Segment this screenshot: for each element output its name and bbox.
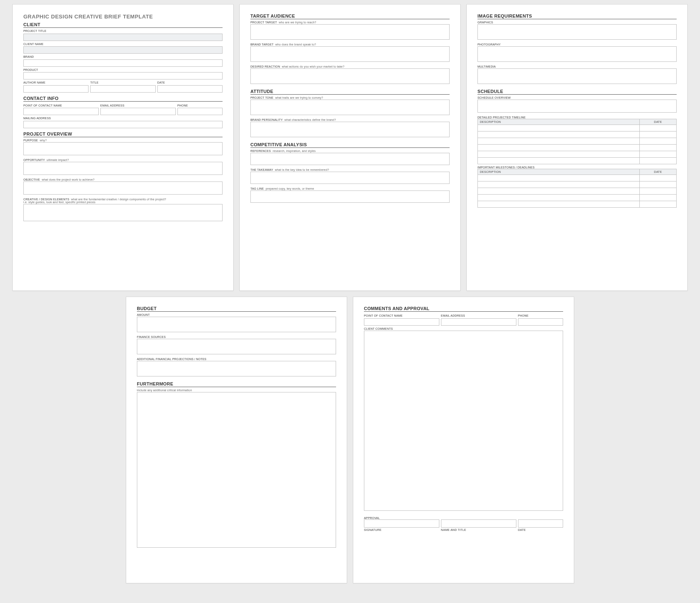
label-phone-2: PHONE: [518, 314, 563, 317]
label-amount: AMOUNT: [137, 313, 336, 316]
label-name-title: NAME AND TITLE: [441, 528, 516, 531]
label-purpose: PURPOSE why?: [23, 139, 223, 142]
label-client-name: CLIENT NAME: [23, 43, 223, 45]
label-detailed-timeline: DETAILED PROJECTED TIMELINE: [477, 116, 677, 119]
table-row[interactable]: [478, 145, 677, 151]
table-row[interactable]: [478, 125, 677, 131]
label-client-comments: CLIENT COMMENTS: [364, 327, 563, 330]
table-row[interactable]: [478, 195, 677, 201]
section-project-overview: PROJECT OVERVIEW: [23, 131, 223, 137]
section-target-audience: TARGET AUDIENCE: [250, 14, 450, 19]
input-finance-sources[interactable]: [137, 339, 336, 354]
input-date[interactable]: [157, 85, 223, 93]
th-description: DESCRIPTION: [478, 119, 640, 125]
label-references: REFERENCES research, inspiration, and st…: [250, 150, 450, 152]
input-schedule-overview[interactable]: [477, 100, 677, 113]
input-brand-target[interactable]: [250, 46, 450, 62]
label-takeaway: THE TAKEAWAY what is the key idea to be …: [250, 168, 450, 171]
input-phone[interactable]: [177, 108, 223, 115]
input-email-2[interactable]: [441, 318, 516, 326]
label-project-tone: PROJECT TONE what traits are we trying t…: [250, 96, 450, 99]
th-description: DESCRIPTION: [478, 169, 640, 175]
label-photography: PHOTOGRAPHY: [477, 43, 677, 46]
input-graphics[interactable]: [477, 24, 677, 40]
input-photography[interactable]: [477, 46, 677, 62]
section-budget: BUDGET: [137, 306, 336, 312]
label-poc-2: POINT OF CONTACT NAME: [364, 314, 439, 317]
table-row[interactable]: [478, 201, 677, 208]
input-references[interactable]: [250, 153, 450, 165]
label-schedule-overview: SCHEDULE OVERVIEW: [477, 96, 677, 99]
input-product[interactable]: [23, 72, 223, 79]
input-objective[interactable]: [23, 181, 223, 195]
label-email: EMAIL ADDRESS: [100, 104, 176, 107]
section-attitude: ATTITUDE: [250, 89, 450, 95]
label-opportunity: OPPORTUNITY ultimate impact?: [23, 159, 223, 161]
input-brand-personality[interactable]: [250, 122, 450, 137]
input-opportunity[interactable]: [23, 162, 223, 175]
label-phone: PHONE: [177, 104, 223, 107]
label-milestones: IMPORTANT MILESTONES / DEADLINES: [477, 166, 677, 169]
label-date: DATE: [157, 81, 223, 84]
input-multimedia[interactable]: [477, 68, 677, 84]
label-desired-reaction: DESIRED REACTION what actions do you wis…: [250, 65, 450, 68]
table-row[interactable]: [478, 175, 677, 181]
table-row[interactable]: [478, 138, 677, 145]
label-title: TITLE: [90, 81, 155, 84]
label-objective: OBJECTIVE what does the project work to …: [23, 178, 223, 181]
input-project-tone[interactable]: [250, 100, 450, 115]
input-poc[interactable]: [23, 108, 99, 115]
input-amount[interactable]: [137, 317, 336, 332]
input-client-name[interactable]: [23, 46, 223, 54]
label-graphics: GRAPHICS: [477, 21, 677, 24]
label-additional-financial: ADDITIONAL FINANCIAL PROJECTIONS / NOTES: [137, 358, 336, 360]
label-creative: CREATIVE / DESIGN ELEMENTS what are the …: [23, 198, 223, 204]
input-phone-2[interactable]: [518, 318, 563, 326]
table-row[interactable]: [478, 131, 677, 138]
input-tagline[interactable]: [250, 190, 450, 203]
label-brand: BRAND: [23, 55, 223, 58]
input-name-title[interactable]: [441, 519, 516, 528]
label-product: PRODUCT: [23, 68, 223, 71]
input-takeaway[interactable]: [250, 172, 450, 184]
th-date: DATE: [640, 119, 677, 125]
input-creative[interactable]: [23, 204, 223, 221]
input-author-name[interactable]: [23, 85, 89, 93]
input-approval-date[interactable]: [518, 519, 563, 528]
label-multimedia: MULTIMEDIA: [477, 65, 677, 68]
input-title[interactable]: [90, 85, 155, 93]
input-poc-2[interactable]: [364, 318, 439, 326]
table-row[interactable]: [478, 181, 677, 188]
input-brand[interactable]: [23, 59, 223, 67]
table-row[interactable]: [478, 158, 677, 164]
section-schedule: SCHEDULE: [477, 89, 677, 95]
label-approval: APPROVAL: [364, 517, 563, 519]
label-brand-personality: BRAND PERSONALITY what characteristics d…: [250, 118, 450, 121]
label-signature: SIGNATURE: [364, 528, 439, 531]
table-row[interactable]: [478, 151, 677, 158]
input-project-title[interactable]: [23, 34, 223, 41]
input-furthermore[interactable]: [137, 392, 336, 548]
input-desired-reaction[interactable]: [250, 68, 450, 84]
input-mailing[interactable]: [23, 121, 223, 128]
page-3: IMAGE REQUIREMENTS GRAPHICS PHOTOGRAPHY …: [466, 4, 688, 291]
input-purpose[interactable]: [23, 142, 223, 155]
input-email[interactable]: [100, 108, 176, 115]
section-competitive-analysis: COMPETITIVE ANALYSIS: [250, 142, 450, 148]
label-poc: POINT OF CONTACT NAME: [23, 104, 99, 107]
input-additional-financial[interactable]: [137, 361, 336, 376]
section-client: CLIENT: [23, 22, 223, 28]
label-author-name: AUTHOR NAME: [23, 81, 89, 84]
table-milestones: DESCRIPTIONDATE: [477, 169, 677, 208]
input-client-comments[interactable]: [364, 331, 563, 511]
section-contact-info: CONTACT INFO: [23, 96, 223, 102]
approval-row: SIGNATURE NAME AND TITLE DATE: [364, 519, 563, 531]
table-detailed-timeline: DESCRIPTIONDATE: [477, 119, 677, 164]
input-project-target[interactable]: [250, 24, 450, 40]
input-signature[interactable]: [364, 519, 439, 528]
table-row[interactable]: [478, 188, 677, 195]
label-project-title: PROJECT TITLE: [23, 29, 223, 32]
section-comments-approval: COMMENTS AND APPROVAL: [364, 306, 563, 312]
section-image-requirements: IMAGE REQUIREMENTS: [477, 14, 677, 19]
th-date: DATE: [640, 169, 677, 175]
